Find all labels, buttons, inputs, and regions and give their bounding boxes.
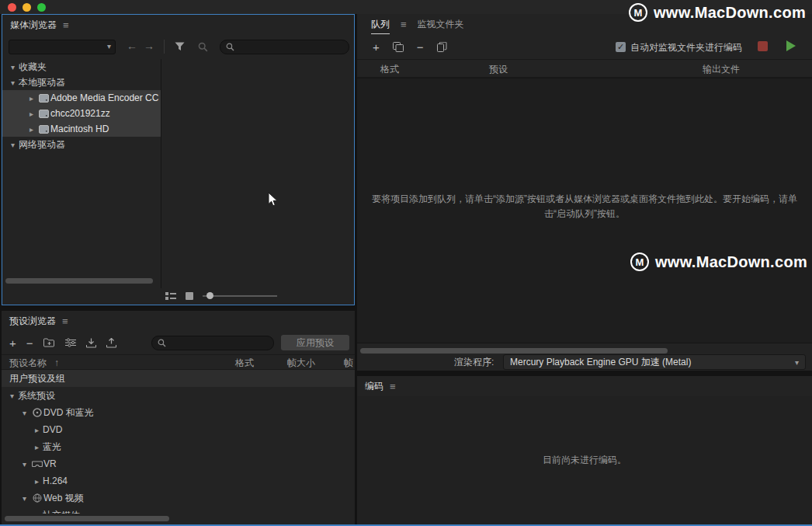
slider-knob[interactable] [206,292,213,299]
tree-item-label: chcc201921zz [50,108,110,119]
chevron-right-icon[interactable]: ▸ [31,511,43,514]
remove-item-icon[interactable]: − [417,41,424,53]
delete-preset-icon[interactable]: − [26,337,33,349]
import-preset-icon[interactable] [86,338,96,348]
filter-icon[interactable] [175,42,185,51]
search-input[interactable] [220,40,349,54]
column-header-frame-rate[interactable]: 帧 [344,355,353,371]
chevron-down-icon[interactable]: ▾ [19,494,30,503]
preset-row-h264[interactable]: ▸ H.264 [2,472,355,489]
panel-menu-icon[interactable]: ≡ [63,20,69,30]
chevron-down-icon[interactable]: ▾ [19,409,30,417]
tree-item-local-drives[interactable]: ▾ 本地驱动器 [2,75,161,90]
stop-queue-button[interactable] [758,41,768,51]
globe-icon [30,493,43,503]
horizontal-scrollbar[interactable] [5,278,153,284]
preset-row-dvd[interactable]: ▸ DVD [2,421,355,438]
horizontal-scrollbar[interactable] [360,348,668,354]
column-header-name[interactable]: 预设名称 [9,355,47,371]
search-settings-icon[interactable] [198,42,208,52]
minimize-button[interactable] [23,3,31,12]
tree-item-label: 本地驱动器 [19,76,65,89]
close-button[interactable] [8,3,16,12]
preset-browser-header: 预设浏览器 ≡ [2,311,355,331]
media-browser-toolbar: ▾ ← → [2,35,354,59]
preset-row-dvd-bluray[interactable]: ▾ DVD 和蓝光 [2,404,355,421]
chevron-right-icon[interactable]: ▸ [31,477,43,486]
tree-item-drive-macintosh-hd[interactable]: ▸ Macintosh HD [2,121,161,137]
zoom-button[interactable] [37,3,46,12]
watermark: M www.MacDown.com [630,253,807,271]
tree-item-label: 网络驱动器 [19,138,65,152]
renderer-row: 渲染程序: Mercury Playback Engine GPU 加速 (Me… [357,354,812,371]
chevron-right-icon[interactable]: ▸ [26,125,37,134]
apply-preset-button[interactable]: 应用预设 [281,335,349,350]
forward-icon[interactable]: → [144,38,154,54]
location-dropdown[interactable]: ▾ [9,40,116,54]
chevron-right-icon[interactable]: ▸ [26,94,37,103]
sort-ascending-icon[interactable]: ↑ [54,355,59,371]
search-icon [226,43,234,51]
tree-item-drive-chcc[interactable]: ▸ chcc201921zz [2,106,161,121]
thumbnail-view-icon[interactable] [186,292,193,300]
preset-settings-icon[interactable] [65,338,76,347]
add-source-icon[interactable]: + [373,41,380,53]
zoom-slider[interactable] [203,291,277,301]
list-view-icon[interactable] [165,291,176,301]
tree-item-network-drives[interactable]: ▾ 网络驱动器 [2,137,161,152]
tree-item-drive-ame[interactable]: ▸ Adobe Media Encoder CC 2 [2,90,161,106]
column-header-frame-size[interactable]: 帧大小 [287,355,315,371]
tab-watch-folders[interactable]: 监视文件夹 [418,15,464,33]
chevron-down-icon: ▾ [107,42,111,51]
panel-menu-icon[interactable]: ≡ [390,381,396,392]
tree-item-label: Macintosh HD [50,124,109,134]
preset-search-input[interactable] [151,336,274,350]
chevron-right-icon[interactable]: ▸ [26,110,37,118]
queue-column-headers: 格式 预设 输出文件 [357,59,812,78]
back-icon[interactable]: ← [127,38,137,54]
chevron-down-icon[interactable]: ▾ [7,141,19,149]
media-browser-tree: ▾ 收藏夹 ▾ 本地驱动器 ▸ Adobe Media Encoder CC 2… [2,59,161,288]
auto-encode-label: 自动对监视文件夹进行编码 [630,41,742,54]
renderer-dropdown[interactable]: Mercury Playback Engine GPU 加速 (Metal) ▾ [503,354,806,370]
chevron-down-icon[interactable]: ▾ [7,78,19,87]
drive-icon [37,110,50,118]
new-preset-group-icon[interactable] [43,338,55,347]
column-header-format[interactable]: 格式 [380,60,399,78]
preset-row-label: 蓝光 [43,441,61,454]
preset-row-vr[interactable]: ▾ VR [2,455,355,472]
preset-row-social-media[interactable]: ▸ 社交媒体 [2,507,355,514]
preset-row-system-presets[interactable]: ▾ 系统预设 [2,387,355,404]
duplicate-icon[interactable] [437,42,447,52]
chevron-right-icon[interactable]: ▸ [31,443,43,451]
column-header-output[interactable]: 输出文件 [703,60,740,78]
slider-track [203,295,277,297]
queue-drop-area[interactable]: 要将项目添加到队列，请单击“添加源”按钮或者从媒体浏览器或桌面将文件拖到此处。要… [357,78,812,343]
chevron-down-icon[interactable]: ▾ [6,392,18,400]
preset-row-user-presets[interactable]: 用户预设及组 [2,370,355,387]
column-header-preset[interactable]: 预设 [489,60,508,78]
chevron-down-icon[interactable]: ▾ [19,460,30,469]
chevron-right-icon[interactable]: ▸ [31,426,43,434]
preset-column-headers: 预设名称 ↑ 格式 帧大小 帧 [2,354,355,370]
encoding-content: 目前尚未进行编码。 [357,396,812,524]
start-queue-button[interactable] [786,40,796,51]
column-header-format[interactable]: 格式 [235,355,254,371]
preset-row-label: 社交媒体 [43,509,80,514]
export-preset-icon[interactable] [106,338,116,348]
create-preset-icon[interactable]: + [9,337,16,349]
add-output-icon[interactable] [393,42,404,52]
chevron-down-icon[interactable]: ▾ [7,63,19,71]
panel-menu-icon[interactable]: ≡ [62,316,68,326]
preset-row-label: Web 视频 [43,492,84,505]
tree-item-label: Adobe Media Encoder CC 2 [50,92,161,103]
tab-queue[interactable]: 队列 [371,15,390,34]
tree-item-favorites[interactable]: ▾ 收藏夹 [2,59,161,75]
panel-menu-icon[interactable]: ≡ [401,19,407,30]
auto-encode-checkbox[interactable]: ✓ [616,42,626,52]
horizontal-scrollbar[interactable] [5,516,169,521]
panel-title: 预设浏览器 [9,315,56,328]
preset-row-web-video[interactable]: ▾ Web 视频 [2,489,355,507]
macdown-logo-icon: M [629,3,647,22]
preset-row-bluray[interactable]: ▸ 蓝光 [2,438,355,455]
